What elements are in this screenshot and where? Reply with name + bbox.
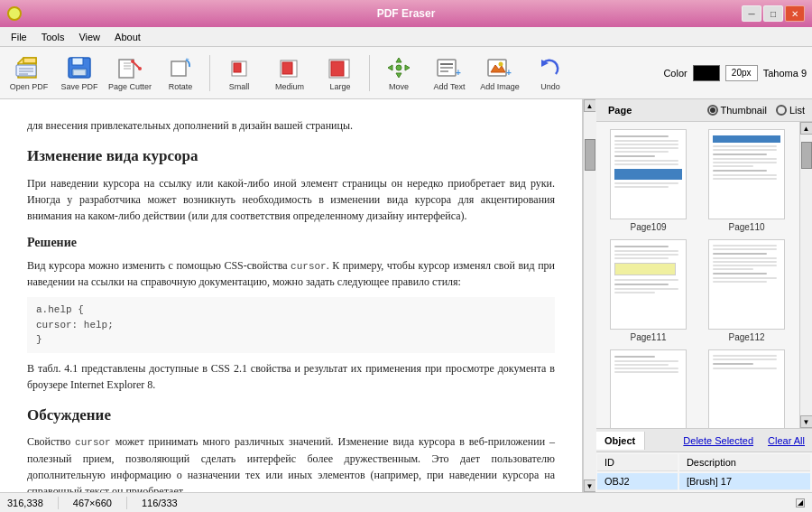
delete-selected-button[interactable]: Delete Selected xyxy=(676,435,761,446)
page-cutter-icon xyxy=(115,55,144,80)
thumbnail-page114[interactable]: Page114 xyxy=(701,349,792,428)
minimize-button[interactable]: ─ xyxy=(742,5,761,22)
undo-icon xyxy=(536,55,565,80)
pdf-para-1: При наведении курсора на ссылку или како… xyxy=(27,175,555,224)
panel-scroll-up[interactable]: ▲ xyxy=(800,122,813,135)
save-pdf-button[interactable]: Save PDF xyxy=(56,51,103,95)
panel-scroll-thumb[interactable] xyxy=(801,142,812,169)
status-bar: 316,338 467×660 116/333 ◢ xyxy=(0,492,812,512)
move-label: Move xyxy=(389,82,409,91)
scroll-thumb[interactable] xyxy=(585,139,595,171)
svg-point-35 xyxy=(499,61,503,66)
panel-header: Page Thumbnail List xyxy=(595,99,812,122)
maximize-button[interactable]: □ xyxy=(763,5,783,22)
move-button[interactable]: Move xyxy=(375,51,422,95)
thumbnail-label-112: Page112 xyxy=(728,332,764,342)
undo-label: Undo xyxy=(540,82,560,91)
status-sep-1 xyxy=(58,497,59,509)
medium-button[interactable]: Medium xyxy=(266,51,313,95)
svg-marker-25 xyxy=(388,65,392,70)
toolbar: Open PDF Save PDF Page Cu xyxy=(0,47,812,99)
medium-label: Medium xyxy=(275,82,304,91)
color-picker[interactable] xyxy=(693,65,720,81)
svg-rect-16 xyxy=(171,61,186,76)
object-header: Object Delete Selected Clear All xyxy=(595,429,812,452)
thumbnail-page109[interactable]: Page109 xyxy=(603,129,694,232)
col-id: ID xyxy=(597,454,678,471)
svg-marker-26 xyxy=(405,65,410,70)
object-row-1[interactable]: OBJ2 [Brush] 17 xyxy=(597,473,810,490)
save-pdf-icon xyxy=(65,55,94,80)
font-label: Tahoma 9 xyxy=(763,68,807,79)
menu-bar: File Tools View About xyxy=(0,27,812,47)
undo-button[interactable]: Undo xyxy=(527,51,574,95)
rotate-button[interactable]: Rotate xyxy=(157,51,204,95)
col-description: Description xyxy=(679,454,810,471)
pdf-scrollbar: ▲ ▼ xyxy=(583,99,595,492)
add-text-button[interactable]: + Add Text xyxy=(426,51,473,95)
large-label: Large xyxy=(329,82,350,91)
thumbnail-img-112 xyxy=(708,239,785,330)
rotate-icon xyxy=(166,55,195,80)
thumbnail-img-113 xyxy=(610,349,687,428)
thumbnail-img-109 xyxy=(610,129,687,219)
toolbar-right: Color Tahoma 9 xyxy=(663,65,807,81)
svg-point-15 xyxy=(138,67,142,70)
menu-file[interactable]: File xyxy=(4,30,34,44)
small-label: Small xyxy=(229,82,250,91)
open-pdf-button[interactable]: Open PDF xyxy=(5,51,52,95)
panel-scroll-down[interactable]: ▼ xyxy=(800,415,813,428)
svg-rect-18 xyxy=(234,63,241,72)
pdf-heading-discussion: Обсуждение xyxy=(27,404,555,427)
svg-point-27 xyxy=(396,65,401,70)
status-expand-button[interactable]: ◢ xyxy=(796,498,805,507)
thumbnail-label-110: Page110 xyxy=(728,222,764,232)
panel-scrollbar: ▲ ▼ xyxy=(799,122,812,428)
object-tab[interactable]: Object xyxy=(595,432,645,450)
thumbnail-img-114 xyxy=(708,349,785,428)
toolbar-sep-2 xyxy=(369,55,370,91)
page-cutter-button[interactable]: Page Cutter xyxy=(106,51,153,95)
save-pdf-label: Save PDF xyxy=(60,82,97,91)
svg-point-14 xyxy=(131,60,134,63)
pdf-para-2: Вид курсора можно изменить с помощью CSS… xyxy=(27,257,555,291)
menu-about[interactable]: About xyxy=(107,30,148,44)
size-input[interactable] xyxy=(725,65,758,81)
code-block: a.help { cursor: help; } xyxy=(27,297,555,353)
add-image-button[interactable]: + Add Image xyxy=(476,51,523,95)
scroll-up-arrow[interactable]: ▲ xyxy=(584,99,596,112)
view-mode-radio: Thumbnail List xyxy=(707,105,805,116)
large-button[interactable]: Large xyxy=(317,51,364,95)
page-tab-label: Page xyxy=(603,103,637,117)
move-icon xyxy=(384,55,413,80)
thumbnail-radio-label: Thumbnail xyxy=(721,105,767,116)
thumbnail-page113[interactable]: Page113 xyxy=(603,349,694,428)
add-image-icon: + xyxy=(485,55,514,80)
thumbnail-page110[interactable]: Page110 xyxy=(701,129,792,232)
thumbnail-page112[interactable]: Page112 xyxy=(701,239,792,342)
small-icon xyxy=(225,55,254,80)
object-id-1: OBJ2 xyxy=(597,473,678,490)
color-label: Color xyxy=(663,68,687,79)
svg-marker-23 xyxy=(396,58,401,62)
pdf-heading-solution: Решение xyxy=(27,233,555,252)
menu-tools[interactable]: Tools xyxy=(34,30,72,44)
thumbnail-radio-circle xyxy=(707,105,718,116)
small-button[interactable]: Small xyxy=(216,51,263,95)
scroll-track xyxy=(584,112,596,479)
thumbnail-page111[interactable]: Page111 xyxy=(603,239,694,342)
svg-rect-20 xyxy=(282,62,292,74)
svg-rect-7 xyxy=(72,58,83,65)
rotate-label: Rotate xyxy=(169,82,193,91)
scroll-down-arrow[interactable]: ▼ xyxy=(584,479,596,492)
thumbnail-label-111: Page111 xyxy=(630,332,666,342)
add-text-label: Add Text xyxy=(434,82,466,91)
open-pdf-label: Open PDF xyxy=(10,82,49,91)
window-title: PDF Eraser xyxy=(377,7,436,20)
list-radio[interactable]: List xyxy=(776,105,805,116)
object-panel: Object Delete Selected Clear All ID Desc… xyxy=(595,428,812,492)
thumbnail-radio[interactable]: Thumbnail xyxy=(707,105,767,116)
close-button[interactable]: ✕ xyxy=(785,5,805,22)
clear-all-button[interactable]: Clear All xyxy=(761,435,812,446)
menu-view[interactable]: View xyxy=(71,30,107,44)
